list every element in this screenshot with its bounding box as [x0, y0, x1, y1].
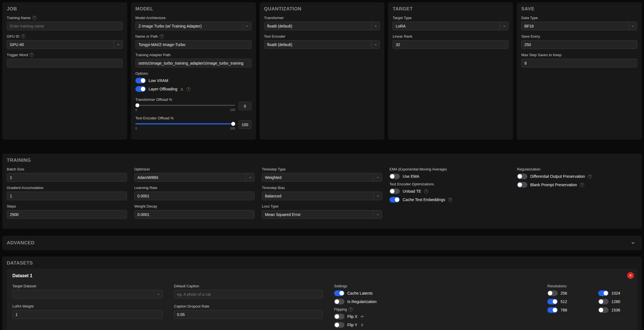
field-label: Model Architecture — [135, 16, 166, 20]
default-caption-input[interactable] — [174, 290, 323, 299]
dataset-col-3: Settings Cache Latents Is Regularization… — [334, 284, 536, 330]
flip-y-icon — [360, 323, 364, 327]
is-regularization-toggle[interactable] — [334, 299, 344, 304]
resolution-768-toggle[interactable] — [547, 307, 558, 313]
help-icon[interactable]: ? — [448, 198, 452, 202]
group-label: EMA (Exponential Moving Average) — [389, 167, 447, 171]
use-ema-toggle[interactable] — [389, 174, 400, 179]
field-label: Timestep Bias — [262, 186, 285, 190]
toggle-label: Cache Latents — [347, 291, 373, 295]
regularization-group: Regularization Differential Output Prese… — [517, 167, 637, 188]
toggle-knob — [548, 291, 552, 295]
lora-weight-input[interactable] — [12, 310, 163, 319]
caption-dropout-input[interactable] — [174, 310, 323, 319]
field-label: Max Step Saves to Keep — [521, 53, 561, 57]
linear-rank-input[interactable] — [393, 40, 509, 49]
layer-offloading-toggle[interactable] — [135, 86, 146, 92]
slider-thumb[interactable] — [231, 122, 235, 126]
advanced-section[interactable]: ADVANCED — [2, 236, 642, 250]
toggle-label: Is Regularization — [347, 299, 377, 304]
field-label: Target Dataset — [12, 284, 36, 288]
steps-field: Steps — [7, 204, 127, 219]
target-type-select[interactable]: LoRA — [393, 22, 509, 30]
flip-x-icon — [360, 315, 364, 318]
resolution-512-toggle[interactable] — [547, 299, 558, 304]
optimizer-field: Optimizer AdamW8Bit — [134, 167, 255, 182]
low-vram-toggle[interactable] — [135, 78, 146, 83]
text-encoder-offload-value[interactable]: 100 — [239, 120, 251, 129]
timestep-bias-field: Timestep Bias Balanced — [262, 186, 382, 200]
training-col-5: Regularization Differential Output Prese… — [517, 167, 637, 223]
trigger-word-input[interactable] — [7, 59, 123, 67]
field-label-row: Name or Path ? — [135, 34, 251, 38]
transformer-offload-slider[interactable] — [135, 103, 235, 107]
slider-track — [135, 105, 235, 106]
help-icon[interactable]: ? — [588, 174, 592, 179]
weight-decay-input[interactable] — [134, 210, 255, 219]
field-label: Steps — [7, 204, 16, 208]
text-encoder-optimizations-group: Text Encoder Optimizations Unload TE ? C… — [389, 182, 510, 202]
loss-type-select[interactable]: Mean Squared Error — [262, 210, 382, 219]
help-icon[interactable]: ? — [580, 183, 584, 187]
text-encoder-offload-slider[interactable] — [135, 122, 235, 126]
chevron-down-icon[interactable] — [631, 240, 637, 245]
help-icon[interactable]: ? — [21, 34, 25, 38]
target-dataset-field: Target Dataset — [12, 284, 163, 299]
field-label-row: Training Adapter Path — [135, 53, 251, 57]
timestep-type-select[interactable]: Weighted — [262, 173, 382, 182]
max-step-saves-input[interactable] — [521, 59, 637, 67]
resolution-1280-toggle[interactable] — [598, 299, 609, 304]
target-dataset-select[interactable] — [12, 290, 163, 299]
transformer-offload-value[interactable]: 0 — [239, 102, 251, 110]
help-icon[interactable]: ? — [186, 87, 191, 91]
chevron-down-icon — [246, 173, 254, 181]
data-type-select[interactable]: BF16 — [521, 22, 637, 30]
toggle-label: 1280 — [611, 299, 620, 304]
toggle-knob — [599, 308, 603, 312]
model-architecture-select[interactable]: Z-Image Turbo (w/ Training Adapter) — [135, 22, 251, 30]
quantization-panel: QUANTIZATION Transformer float8 (default… — [260, 2, 385, 140]
slider-min: 0 — [135, 108, 137, 111]
differential-output-preservation-toggle[interactable] — [517, 174, 527, 179]
toggle-label: Use EMA — [403, 174, 419, 179]
blank-prompt-preservation-toggle[interactable] — [517, 182, 527, 188]
close-dataset-button[interactable]: × — [627, 272, 634, 279]
cache-text-embeddings-toggle[interactable] — [389, 197, 400, 202]
help-icon[interactable]: ? — [160, 34, 164, 38]
batch-size-input[interactable] — [7, 173, 127, 182]
optimizer-select[interactable]: AdamW8Bit — [134, 173, 255, 182]
steps-input[interactable] — [7, 210, 127, 219]
transformer-quantization-field: Transformer float8 (default) — [264, 16, 380, 30]
flip-x-toggle[interactable] — [334, 314, 344, 319]
gradient-accumulation-field: Gradient Accumulation — [7, 186, 127, 200]
slider-max: 100 — [230, 108, 235, 111]
unload-te-toggle[interactable] — [389, 188, 400, 194]
toggle-knob — [390, 174, 394, 179]
resolution-256-toggle[interactable] — [547, 290, 558, 296]
training-name-input[interactable] — [7, 22, 123, 30]
slider-thumb[interactable] — [135, 103, 139, 107]
transformer-quantization-select[interactable]: float8 (default) — [264, 22, 380, 30]
gradient-accumulation-input[interactable] — [7, 192, 127, 200]
help-icon[interactable]: ? — [30, 53, 34, 57]
save-every-input[interactable] — [521, 40, 637, 49]
text-encoder-quantization-select[interactable]: float8 (default) — [264, 40, 380, 49]
learning-rate-input[interactable] — [134, 192, 255, 200]
cache-latents-toggle[interactable] — [334, 290, 344, 296]
resolution-1536-toggle[interactable] — [598, 307, 609, 313]
help-icon[interactable]: ? — [32, 16, 37, 20]
resolution-1024-toggle[interactable] — [598, 290, 609, 296]
help-icon[interactable]: ? — [349, 307, 353, 311]
gpu-select[interactable]: GPU #0 — [7, 40, 123, 49]
field-label-row: Max Step Saves to Keep — [521, 53, 637, 57]
field-label-row: GPU ID ? — [7, 34, 123, 38]
help-icon[interactable]: ? — [424, 189, 428, 194]
name-or-path-input[interactable] — [135, 40, 251, 49]
panel-title: TARGET — [393, 6, 509, 12]
resolution-toggle-row-512: 512 — [547, 299, 579, 304]
flip-y-toggle[interactable] — [334, 322, 344, 328]
timestep-bias-select[interactable]: Balanced — [262, 192, 382, 200]
slider-row: 0 100 0 — [135, 103, 251, 111]
model-architecture-field: Model Architecture Z-Image Turbo (w/ Tra… — [135, 16, 251, 30]
training-adapter-path-input[interactable] — [135, 59, 251, 67]
